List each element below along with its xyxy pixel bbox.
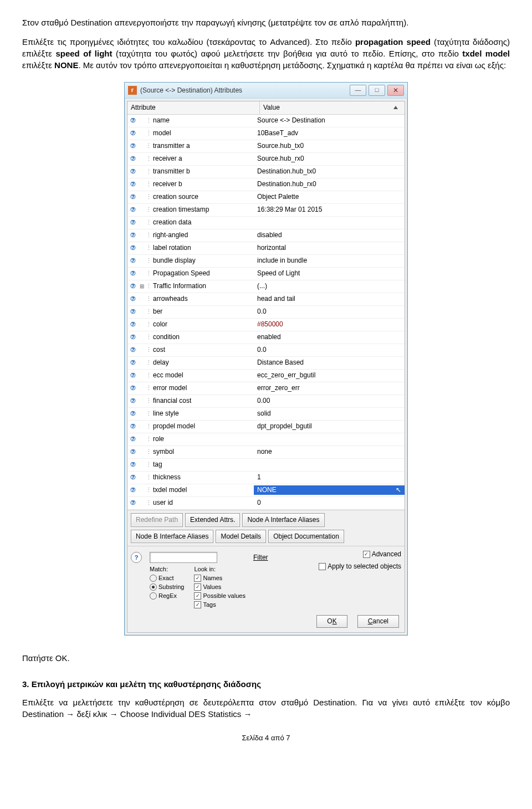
attribute-row[interactable]: ⑦⋮label rotationhorizontal — [127, 242, 405, 255]
help-icon[interactable]: ⑦ — [127, 333, 139, 341]
attribute-value[interactable]: Destination.hub_rx0 — [254, 180, 405, 189]
attribute-value[interactable]: 0.0 — [254, 307, 405, 316]
lookin-names-check[interactable]: ✓Names — [194, 574, 245, 583]
help-icon[interactable]: ⑦ — [127, 308, 139, 316]
help-icon[interactable]: ⑦ — [127, 180, 139, 188]
attribute-row[interactable]: ⑦⋮ber0.0 — [127, 306, 405, 319]
help-icon[interactable]: ⑦ — [127, 397, 139, 405]
help-icon[interactable]: ⑦ — [127, 346, 139, 354]
attribute-value[interactable]: 10BaseT_adv — [254, 129, 405, 138]
help-icon[interactable]: ⑦ — [127, 295, 139, 303]
attribute-value[interactable]: 0.0 — [254, 345, 405, 355]
model-details-button[interactable]: Model Details — [216, 530, 266, 544]
help-icon[interactable]: ⑦ — [127, 116, 139, 125]
help-icon[interactable]: ⑦ — [127, 193, 139, 201]
help-icon[interactable]: ⑦ — [127, 282, 139, 290]
attribute-row[interactable]: ⑦⊞⋮Traffic Information(...) — [127, 280, 405, 293]
lookin-tags-check[interactable]: ✓Tags — [194, 601, 245, 610]
attribute-value[interactable]: ecc_zero_err_bgutil — [254, 371, 405, 380]
help-icon[interactable]: ⑦ — [127, 142, 139, 150]
attribute-row[interactable]: ⑦⋮nameSource <-> Destination — [127, 115, 405, 127]
attribute-value[interactable]: none — [254, 447, 405, 457]
match-substring-radio[interactable]: Substring — [150, 583, 184, 592]
attribute-value[interactable]: include in bundle — [254, 256, 405, 265]
help-icon[interactable]: ⑦ — [127, 409, 139, 418]
advanced-check[interactable]: ✓Advanced — [363, 550, 401, 559]
node-a-aliases-button[interactable]: Node A Interface Aliases — [242, 513, 324, 527]
attribute-value[interactable]: solid — [254, 409, 405, 418]
attribute-value[interactable]: 0.00 — [254, 396, 405, 406]
attribute-value[interactable]: Source <-> Destination — [254, 116, 405, 125]
help-icon[interactable]: ⑦ — [127, 422, 139, 431]
help-icon[interactable]: ⑦ — [127, 155, 139, 163]
attribute-value[interactable]: NONE↖ — [254, 485, 405, 495]
help-icon[interactable]: ⑦ — [127, 206, 139, 214]
attribute-value[interactable]: Object Palette — [254, 192, 405, 202]
header-value[interactable]: Value — [260, 101, 405, 114]
attribute-value[interactable]: Distance Based — [254, 358, 405, 367]
help-icon[interactable]: ⑦ — [127, 244, 139, 252]
help-icon[interactable]: ⑦ — [127, 384, 139, 392]
attribute-value[interactable]: disabled — [254, 231, 405, 240]
attribute-row[interactable]: ⑦⋮thickness1 — [127, 472, 405, 484]
apply-selected-check[interactable]: Apply to selected objects — [319, 562, 401, 571]
attribute-row[interactable]: ⑦⋮receiver bDestination.hub_rx0 — [127, 178, 405, 191]
attribute-row[interactable]: ⑦⋮delayDistance Based — [127, 357, 405, 370]
attribute-row[interactable]: ⑦⋮creation data — [127, 217, 405, 229]
help-icon[interactable]: ⑦ — [127, 435, 139, 443]
attribute-row[interactable]: ⑦⋮error modelerror_zero_err — [127, 382, 405, 395]
help-icon[interactable]: ⑦ — [127, 473, 139, 482]
attribute-row[interactable]: ⑦⋮model10BaseT_adv — [127, 127, 405, 140]
help-icon[interactable]: ⑦ — [127, 460, 139, 469]
attribute-value[interactable]: Destination.hub_tx0 — [254, 167, 405, 176]
attribute-row[interactable]: ⑦⋮txdel modelNONE↖ — [127, 484, 405, 497]
attribute-row[interactable]: ⑦⋮right-angleddisabled — [127, 229, 405, 242]
lookin-possible-check[interactable]: ✓Possible values — [194, 592, 245, 601]
attribute-value[interactable]: 0 — [254, 498, 405, 508]
help-icon[interactable]: ⑦ — [127, 448, 139, 456]
attribute-value[interactable]: Source.hub_rx0 — [254, 154, 405, 163]
ok-button[interactable]: OK — [316, 615, 347, 628]
help-icon[interactable]: ⑦ — [127, 320, 139, 329]
attribute-value[interactable]: error_zero_err — [254, 383, 405, 393]
attribute-row[interactable]: ⑦⋮ecc modelecc_zero_err_bgutil — [127, 370, 405, 382]
attribute-row[interactable]: ⑦⋮creation timestamp16:38:29 Mar 01 2015 — [127, 204, 405, 217]
help-icon[interactable]: ? — [131, 552, 142, 563]
attribute-row[interactable]: ⑦⋮Propagation SpeedSpeed of Light — [127, 268, 405, 280]
attribute-value[interactable]: 1 — [254, 473, 405, 482]
attribute-row[interactable]: ⑦⋮line stylesolid — [127, 408, 405, 421]
attribute-row[interactable]: ⑦⋮cost0.0 — [127, 344, 405, 357]
minimize-button[interactable]: — — [350, 85, 366, 96]
attribute-row[interactable]: ⑦⋮transmitter aSource.hub_tx0 — [127, 140, 405, 153]
attribute-row[interactable]: ⑦⋮creation sourceObject Palette — [127, 191, 405, 204]
attribute-row[interactable]: ⑦⋮financial cost0.00 — [127, 395, 405, 408]
attribute-row[interactable]: ⑦⋮transmitter bDestination.hub_tx0 — [127, 166, 405, 178]
attribute-row[interactable]: ⑦⋮propdel modeldpt_propdel_bgutil — [127, 421, 405, 433]
expand-icon[interactable]: ⊞ — [139, 283, 145, 290]
attribute-value[interactable]: #850000 — [254, 320, 405, 329]
attribute-row[interactable]: ⑦⋮color#850000 — [127, 319, 405, 331]
attribute-row[interactable]: ⑦⋮role — [127, 433, 405, 446]
window-titlebar[interactable]: r (Source <-> Destination) Attributes — … — [125, 83, 407, 99]
attribute-row[interactable]: ⑦⋮bundle displayinclude in bundle — [127, 255, 405, 268]
help-icon[interactable]: ⑦ — [127, 231, 139, 239]
help-icon[interactable]: ⑦ — [127, 486, 139, 494]
help-icon[interactable]: ⑦ — [127, 269, 139, 278]
attribute-value[interactable]: 16:38:29 Mar 01 2015 — [254, 205, 405, 214]
attribute-row[interactable]: ⑦⋮tag — [127, 459, 405, 472]
object-documentation-button[interactable]: Object Documentation — [268, 530, 344, 544]
header-attribute[interactable]: Attribute — [127, 101, 260, 114]
attribute-value[interactable]: head and tail — [254, 294, 405, 304]
attribute-row[interactable]: ⑦⋮conditionenabled — [127, 331, 405, 344]
attribute-value[interactable]: (...) — [254, 281, 405, 291]
help-icon[interactable]: ⑦ — [127, 167, 139, 176]
attribute-value[interactable]: horizontal — [254, 243, 405, 253]
attribute-row[interactable]: ⑦⋮arrowheadshead and tail — [127, 293, 405, 306]
cancel-button[interactable]: Cancel — [357, 615, 399, 628]
help-icon[interactable]: ⑦ — [127, 499, 139, 507]
help-icon[interactable]: ⑦ — [127, 218, 139, 227]
close-button[interactable]: ✕ — [387, 85, 404, 96]
node-b-aliases-button[interactable]: Node B Interface Aliases — [131, 530, 213, 544]
help-icon[interactable]: ⑦ — [127, 359, 139, 367]
attribute-row[interactable]: ⑦⋮symbolnone — [127, 446, 405, 459]
